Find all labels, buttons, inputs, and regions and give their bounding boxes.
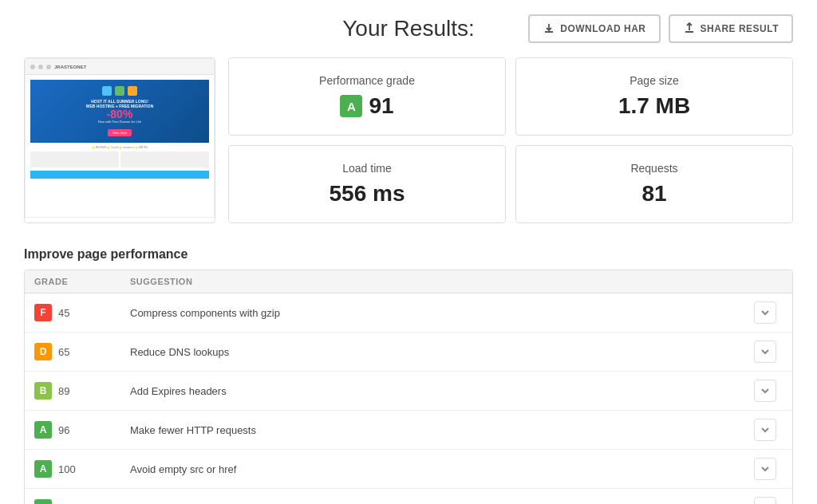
table-row: A 100 Avoid empty src or href — [25, 450, 792, 489]
download-btn-label: Download HAR — [560, 23, 645, 34]
performance-grade-label: Performance grade — [319, 74, 415, 87]
screenshot-preview: JRASTEONET HOST IT ALL SUMMER LONG!WEB H… — [25, 58, 215, 218]
row-suggestion: Avoid empty src or href — [130, 463, 754, 475]
header-grade: Grade — [34, 277, 130, 286]
grade-badge: F — [34, 304, 52, 321]
results-grid: JRASTEONET HOST IT ALL SUMMER LONG!WEB H… — [24, 57, 793, 223]
chevron-down-icon — [760, 425, 770, 435]
screenshot-box: JRASTEONET HOST IT ALL SUMMER LONG!WEB H… — [24, 57, 215, 223]
row-suggestion: Reduce DNS lookups — [130, 346, 754, 358]
grade-badge: B — [34, 382, 52, 400]
header-suggestion: Suggestion — [130, 277, 754, 286]
grade-score: 89 — [58, 385, 69, 397]
chevron-down-icon — [760, 386, 770, 396]
chevron-down-icon — [760, 308, 770, 317]
chevron-down-icon — [760, 464, 770, 474]
section-title: Improve page performance — [24, 247, 793, 262]
page-size-box: Page size 1.7 MB — [515, 57, 793, 136]
grade-score: 96 — [58, 424, 69, 436]
grade-score: 45 — [58, 307, 69, 319]
table-rows-container: F 45 Compress components with gzip D 65 … — [25, 293, 792, 504]
page-wrapper: Your Results: Download HAR Share Result — [0, 0, 817, 504]
table-row: B 89 Add Expires headers — [25, 372, 792, 411]
share-icon — [683, 22, 696, 35]
performance-table: Grade Suggestion F 45 Compress component… — [24, 270, 793, 504]
row-suggestion: Make fewer HTTP requests — [130, 424, 754, 436]
header: Your Results: Download HAR Share Result — [24, 16, 793, 41]
expand-button[interactable] — [754, 419, 776, 441]
row-grade-cell: D 65 — [34, 343, 130, 360]
performance-grade-number: 91 — [369, 93, 393, 119]
header-buttons: Download HAR Share Result — [528, 14, 793, 43]
row-grade-cell: A 100 — [34, 460, 130, 478]
table-row: A 96 Make fewer HTTP requests — [25, 411, 792, 450]
row-grade-cell: B 89 — [34, 382, 130, 400]
requests-value: 81 — [641, 181, 666, 207]
grade-badge: A — [34, 460, 52, 478]
grade-badge: A — [34, 499, 52, 504]
grade-badge: D — [34, 343, 52, 360]
expand-button[interactable] — [754, 458, 776, 480]
load-time-value: 556 ms — [330, 181, 405, 207]
page-size-value: 1.7 MB — [618, 93, 690, 119]
expand-button[interactable] — [754, 497, 776, 504]
grade-badge: A — [34, 421, 52, 439]
table-row: D 65 Reduce DNS lookups — [25, 333, 792, 372]
expand-button[interactable] — [754, 301, 776, 324]
load-time-box: Load time 556 ms — [228, 145, 506, 223]
share-btn-label: Share Result — [701, 23, 779, 34]
download-icon — [543, 22, 555, 35]
performance-grade-badge: A — [340, 95, 362, 117]
row-grade-cell: A 96 — [34, 421, 130, 439]
row-grade-cell: F 45 — [34, 304, 130, 321]
table-row: A 100 Put JavaScript to bottom — [25, 489, 792, 504]
table-row: F 45 Compress components with gzip — [25, 293, 792, 333]
header-expand — [754, 277, 783, 286]
load-time-label: Load time — [342, 162, 391, 175]
download-har-button[interactable]: Download HAR — [528, 14, 660, 43]
performance-section: Improve page performance Grade Suggestio… — [24, 247, 793, 504]
grade-score: 100 — [58, 463, 76, 475]
page-size-label: Page size — [630, 74, 678, 87]
requests-label: Requests — [630, 162, 677, 175]
expand-button[interactable] — [754, 380, 776, 402]
share-result-button[interactable]: Share Result — [669, 14, 793, 43]
row-suggestion: Add Expires headers — [130, 385, 754, 397]
stats-grid: Performance grade A 91 Page size 1.7 MB … — [228, 57, 793, 223]
table-header: Grade Suggestion — [25, 270, 792, 293]
row-suggestion: Compress components with gzip — [130, 307, 754, 319]
row-grade-cell: A 100 — [34, 499, 130, 504]
performance-grade-value: A 91 — [340, 93, 393, 119]
expand-button[interactable] — [754, 341, 776, 363]
performance-grade-box: Performance grade A 91 — [228, 57, 506, 136]
requests-box: Requests 81 — [515, 145, 793, 223]
page-title: Your Results: — [342, 16, 475, 41]
chevron-down-icon — [760, 347, 770, 356]
grade-score: 65 — [58, 346, 69, 358]
